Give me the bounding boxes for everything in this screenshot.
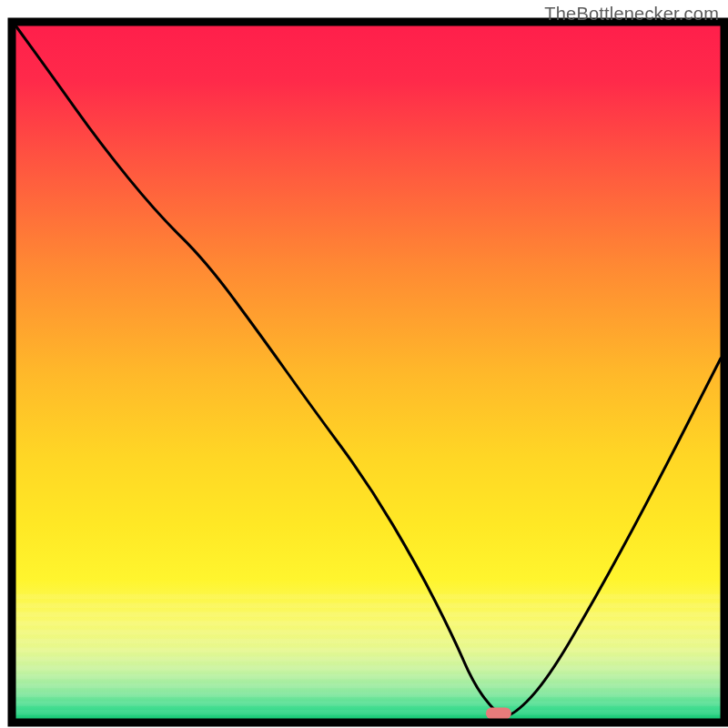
svg-rect-0 (15, 594, 721, 599)
watermark-text: TheBottlenecker.com (544, 4, 719, 25)
svg-rect-11 (15, 693, 721, 697)
svg-rect-9 (15, 674, 721, 679)
svg-rect-6 (15, 648, 721, 652)
bottleneck-chart: TheBottlenecker.com (0, 0, 728, 728)
svg-rect-13 (15, 710, 721, 714)
chart-svg (0, 0, 728, 728)
svg-rect-5 (15, 639, 721, 643)
optimal-marker (486, 707, 511, 719)
svg-rect-4 (15, 630, 721, 634)
svg-rect-7 (15, 656, 721, 661)
svg-rect-1 (15, 603, 721, 608)
svg-rect-2 (15, 612, 721, 616)
svg-rect-10 (15, 683, 721, 688)
svg-rect-8 (15, 665, 721, 670)
svg-rect-12 (15, 701, 721, 705)
svg-rect-3 (15, 621, 721, 625)
